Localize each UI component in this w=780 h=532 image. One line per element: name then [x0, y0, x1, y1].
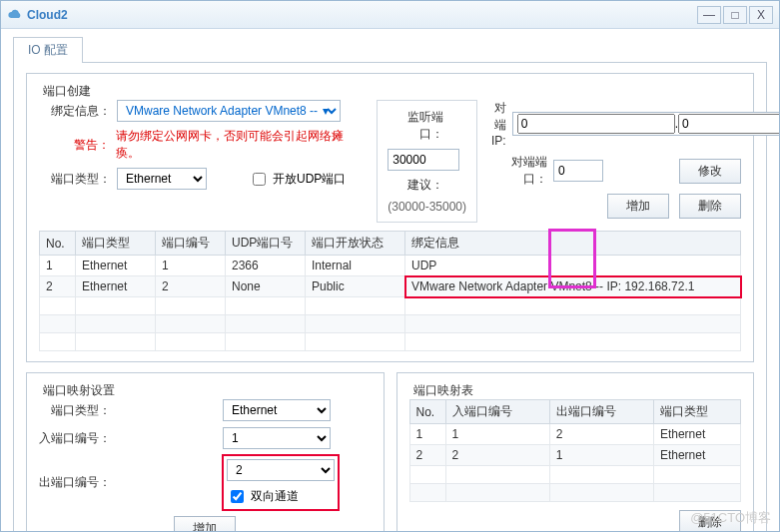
content-area: IO 配置 端口创建 绑定信息： VMware Network Adapter … [1, 29, 779, 532]
peer-port-label: 对端端口： [491, 154, 547, 188]
map-type-select[interactable]: Ethernet [223, 399, 331, 421]
table-row [409, 466, 741, 484]
warn-label: 警告： [39, 137, 110, 154]
bidir-checkbox[interactable]: 双向通道 [227, 487, 335, 506]
tab-panel: 端口创建 绑定信息： VMware Network Adapter VMnet8… [13, 62, 767, 532]
watermark: @51CTO博客 [690, 509, 771, 527]
listen-label: 监听端口： [388, 109, 443, 143]
table-row [409, 484, 741, 502]
bind-select[interactable]: VMware Network Adapter VMnet8 -- IP: 192… [117, 100, 341, 122]
type-label: 端口类型： [39, 171, 111, 188]
table-header: No.入端口编号出端口编号端口类型 [409, 400, 741, 424]
warn-text: 请勿绑定公网网卡，否则可能会引起网络瘫痪。 [116, 128, 364, 162]
close-button[interactable]: X [749, 6, 773, 24]
table-row [40, 297, 741, 315]
port-map-settings-title: 端口映射设置 [39, 382, 119, 399]
out-port-label: 出端口编号： [39, 474, 111, 491]
table-row [40, 315, 741, 333]
in-port-label: 入端口编号： [39, 430, 111, 447]
table-row[interactable]: 112Ethernet [409, 424, 741, 445]
cloud-icon [7, 7, 23, 23]
peer-ip-label: 对端IP: [491, 100, 506, 148]
listen-box: 监听端口： 建议： (30000-35000) [377, 100, 477, 223]
map-add-button[interactable]: 增加 [174, 516, 236, 532]
peer-ip-input[interactable]: . . . [512, 112, 780, 136]
suggest-label: 建议： [388, 177, 443, 194]
titlebar: Cloud2 — □ X [1, 1, 779, 29]
app-title: Cloud2 [27, 8, 68, 22]
port-map-table-title: 端口映射表 [409, 382, 477, 399]
delete-button[interactable]: 删除 [679, 194, 741, 219]
minimize-button[interactable]: — [697, 6, 721, 24]
port-map-settings-box: 端口映射设置 端口类型：Ethernet 入端口编号：1 出端口编号： 2 双向… [26, 372, 385, 532]
out-port-select[interactable]: 2 [227, 459, 335, 481]
in-port-select[interactable]: 1 [223, 427, 331, 449]
open-udp-checkbox[interactable]: 开放UDP端口 [249, 170, 346, 189]
bind-label: 绑定信息： [39, 103, 111, 120]
window-controls: — □ X [697, 6, 773, 24]
table-header: No. 端口类型 端口编号 UDP端口号 端口开放状态 绑定信息 [40, 232, 741, 256]
table-row [40, 333, 741, 351]
table-row[interactable]: 1Ethernet12366InternalUDP [40, 256, 741, 276]
type-select[interactable]: Ethernet [117, 168, 207, 190]
suggest-text: (30000-35000) [388, 200, 466, 214]
port-map-table-box: 端口映射表 No.入端口编号出端口编号端口类型 112Ethernet 221E… [396, 372, 755, 532]
tab-io-config[interactable]: IO 配置 [13, 37, 83, 63]
maximize-button[interactable]: □ [723, 6, 747, 24]
listen-input[interactable] [388, 149, 459, 171]
port-table: No. 端口类型 端口编号 UDP端口号 端口开放状态 绑定信息 1Ethern… [39, 231, 741, 351]
map-type-label: 端口类型： [39, 402, 111, 419]
port-create-title: 端口创建 [39, 83, 95, 100]
map-table: No.入端口编号出端口编号端口类型 112Ethernet 221Etherne… [409, 399, 742, 502]
table-row[interactable]: 221Ethernet [409, 445, 741, 466]
app-logo: Cloud2 [7, 7, 68, 23]
peer-port-input[interactable] [553, 160, 603, 182]
add-button[interactable]: 增加 [607, 194, 669, 219]
port-create-box: 端口创建 绑定信息： VMware Network Adapter VMnet8… [26, 73, 754, 362]
table-row[interactable]: 2Ethernet2NonePublicVMware Network Adapt… [40, 276, 741, 297]
modify-button[interactable]: 修改 [679, 159, 741, 184]
